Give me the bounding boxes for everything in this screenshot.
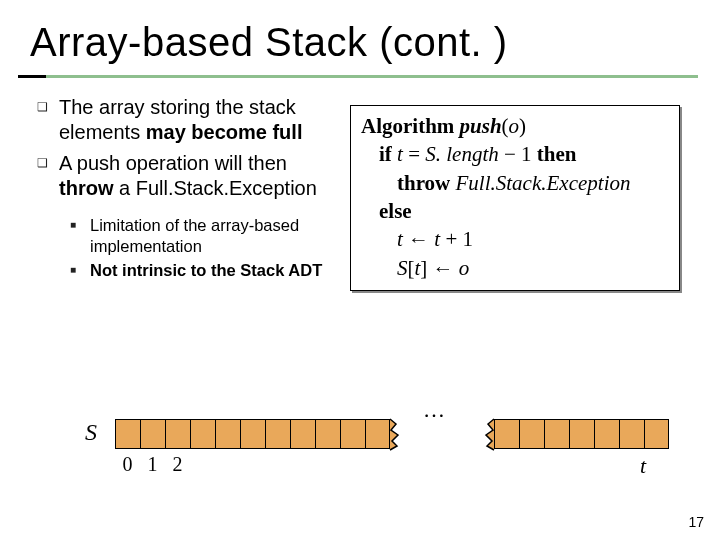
index-labels: 0 1 2 bbox=[115, 453, 190, 476]
array-cell bbox=[315, 419, 340, 449]
subbullet-marker-icon: ■ bbox=[70, 215, 90, 235]
subbullet-item: ■ Limitation of the array-based implemen… bbox=[70, 215, 340, 256]
algo-text: + 1 bbox=[440, 227, 473, 251]
index-label: 1 bbox=[140, 453, 165, 476]
index-label: 0 bbox=[115, 453, 140, 476]
array-cell bbox=[569, 419, 594, 449]
jagged-break-icon bbox=[480, 419, 494, 449]
algo-ident: S. length bbox=[425, 142, 499, 166]
algo-ident: push bbox=[460, 114, 502, 138]
index-label: 2 bbox=[165, 453, 190, 476]
bullet-item: ❑ The array storing the stack elements m… bbox=[35, 95, 340, 145]
left-column: ❑ The array storing the stack elements m… bbox=[35, 95, 340, 285]
subbullet-text: Limitation of the array-based implementa… bbox=[90, 215, 340, 256]
algo-text: = bbox=[403, 142, 425, 166]
array-cell bbox=[644, 419, 669, 449]
algo-keyword: then bbox=[537, 142, 577, 166]
array-cell bbox=[190, 419, 215, 449]
ellipsis-icon: … bbox=[423, 397, 449, 423]
array-cell bbox=[544, 419, 569, 449]
slide: Array-based Stack (cont. ) ❑ The array s… bbox=[0, 0, 720, 540]
algo-text: [ bbox=[408, 256, 415, 280]
array-cell bbox=[140, 419, 165, 449]
array-cell bbox=[115, 419, 140, 449]
algo-text: ) bbox=[519, 114, 526, 138]
algo-ident: S bbox=[397, 256, 408, 280]
bullet-item: ❑ A push operation will then throw a Ful… bbox=[35, 151, 340, 201]
algo-ident: o bbox=[509, 114, 520, 138]
algo-keyword: Algorithm bbox=[361, 114, 454, 138]
algorithm-box: Algorithm push(o) if t = S. length − 1 t… bbox=[350, 105, 680, 291]
algo-text: ] ← bbox=[420, 256, 459, 280]
bullet-marker-icon: ❑ bbox=[35, 151, 59, 175]
algo-ident: o bbox=[459, 256, 470, 280]
array-row-right bbox=[480, 419, 669, 449]
subbullet-item: ■ Not intrinsic to the Stack ADT bbox=[70, 260, 340, 281]
algo-keyword: else bbox=[379, 199, 412, 223]
columns: ❑ The array storing the stack elements m… bbox=[35, 95, 695, 291]
text-bold: may become full bbox=[146, 121, 303, 143]
array-row-left bbox=[115, 419, 404, 449]
array-cell bbox=[215, 419, 240, 449]
text-bold: throw bbox=[59, 177, 113, 199]
array-cell bbox=[619, 419, 644, 449]
array-cell bbox=[365, 419, 390, 449]
t-label: t bbox=[640, 453, 646, 479]
algo-line: else bbox=[379, 197, 669, 225]
jagged-break-icon bbox=[390, 419, 404, 449]
array-cell bbox=[165, 419, 190, 449]
subbullet-marker-icon: ■ bbox=[70, 260, 90, 280]
algo-text: ← bbox=[403, 227, 435, 251]
algo-line: t ← t + 1 bbox=[397, 225, 669, 253]
array-cell bbox=[290, 419, 315, 449]
page-number: 17 bbox=[688, 514, 704, 530]
array-diagram: S … bbox=[85, 415, 685, 485]
content-area: ❑ The array storing the stack elements m… bbox=[35, 95, 695, 291]
array-cell bbox=[340, 419, 365, 449]
algo-ident: Full.Stack.Exception bbox=[456, 171, 631, 195]
algo-line: S[t] ← o bbox=[397, 254, 669, 282]
algo-keyword: if bbox=[379, 142, 392, 166]
algo-text: − 1 bbox=[499, 142, 537, 166]
s-label: S bbox=[85, 419, 97, 446]
right-column: Algorithm push(o) if t = S. length − 1 t… bbox=[350, 95, 680, 291]
algo-line: throw Full.Stack.Exception bbox=[397, 169, 669, 197]
algo-line: if t = S. length − 1 then bbox=[379, 140, 669, 168]
bullet-text: The array storing the stack elements may… bbox=[59, 95, 340, 145]
algo-text: ( bbox=[502, 114, 509, 138]
array-cell bbox=[519, 419, 544, 449]
algo-keyword: throw bbox=[397, 171, 450, 195]
title-underline bbox=[18, 75, 698, 78]
array-cell bbox=[494, 419, 519, 449]
array-cell bbox=[240, 419, 265, 449]
array-cell bbox=[265, 419, 290, 449]
bullet-marker-icon: ❑ bbox=[35, 95, 59, 119]
text-span: A push operation will then bbox=[59, 152, 287, 174]
algo-line: Algorithm push(o) bbox=[361, 112, 669, 140]
bullet-text: A push operation will then throw a Full.… bbox=[59, 151, 340, 201]
slide-title: Array-based Stack (cont. ) bbox=[30, 20, 508, 65]
array-cell bbox=[594, 419, 619, 449]
subbullet-text: Not intrinsic to the Stack ADT bbox=[90, 260, 322, 281]
text-span: a Full.Stack.Exception bbox=[113, 177, 316, 199]
